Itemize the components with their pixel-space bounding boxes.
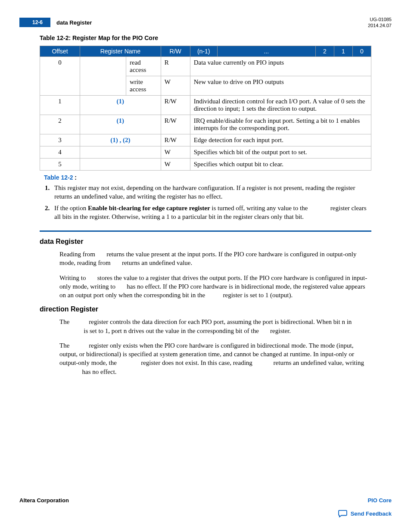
cell-rw: R — [161, 57, 190, 76]
footer-chapter-link[interactable]: PIO Core — [367, 497, 392, 504]
cell-offset: 4 — [40, 146, 80, 159]
paragraph: Reading from returns the value present a… — [59, 250, 371, 268]
col-bit-0: 0 — [353, 46, 371, 57]
footnote-link[interactable]: (1) — [117, 117, 125, 124]
note-bold: Enable bit-clearing for edge capture reg… — [88, 205, 210, 212]
notes-header: Table 12-2 : — [44, 174, 371, 181]
col-register-name: Register Name — [80, 46, 161, 57]
col-dots: ... — [217, 46, 315, 57]
cell-rw: W — [161, 159, 190, 171]
note-number: 1. — [45, 184, 54, 201]
table-row: 5 W Specifies which output bit to clear. — [40, 159, 371, 171]
cell-desc: Edge detection for each input port. — [190, 134, 371, 146]
table-row: 1 (1) R/W Individual direction control f… — [40, 96, 371, 115]
note-body: This register may not exist, depending o… — [54, 184, 371, 201]
section-heading: direction Register — [40, 305, 371, 313]
footnote-link[interactable]: (1) , (2) — [110, 137, 130, 143]
cell-rw: W — [161, 76, 190, 96]
speech-bubble-icon[interactable] — [338, 510, 347, 517]
doc-date: 2014.24.07 — [368, 22, 392, 28]
col-n-1: (n-1) — [190, 46, 217, 57]
note-item: 2. If the option Enable bit-clearing for… — [45, 204, 371, 221]
footer-top: Altera Corporation PIO Core — [19, 497, 392, 504]
doc-id: UG-01085 — [368, 16, 392, 22]
footer-company: Altera Corporation — [19, 497, 69, 504]
header-right: UG-01085 2014.24.07 — [368, 16, 392, 29]
register-map-table: Offset Register Name R/W (n-1) ... 2 1 0… — [40, 46, 371, 171]
cell-regname — [80, 146, 161, 159]
table-header-row: Offset Register Name R/W (n-1) ... 2 1 0 — [40, 46, 371, 57]
notes-header-tail: : — [73, 174, 77, 181]
cell-desc: Data value currently on PIO inputs — [190, 57, 371, 76]
table-row: 4 W Specifies which bit of the output po… — [40, 146, 371, 159]
table-caption: Table 12-2: Register Map for the PIO Cor… — [40, 34, 371, 41]
cell-offset: 2 — [40, 115, 80, 134]
note-text: If the option — [54, 205, 88, 212]
cell-desc: Individual direction control for each I/… — [190, 96, 371, 115]
cell-rw: R/W — [161, 96, 190, 115]
note-number: 2. — [45, 204, 54, 221]
table-ref-link[interactable]: Table 12-2 — [44, 174, 73, 181]
paragraph: Writing to stores the value to a registe… — [59, 274, 371, 300]
page-footer: Altera Corporation PIO Core Send Feedbac… — [19, 497, 392, 517]
col-bit-2: 2 — [316, 46, 334, 57]
col-offset: Offset — [40, 46, 80, 57]
cell-desc: Specifies which output bit to clear. — [190, 159, 371, 171]
cell-regname: (1) — [80, 96, 161, 115]
feedback-area: Send Feedback — [19, 510, 392, 517]
cell-blank — [80, 57, 126, 96]
col-rw: R/W — [161, 46, 190, 57]
cell-rw: R/W — [161, 115, 190, 134]
cell-regname: read access — [126, 57, 161, 76]
header-left: 12-6 data Register — [19, 18, 92, 27]
send-feedback-link[interactable]: Send Feedback — [351, 510, 392, 517]
cell-regname — [80, 159, 161, 171]
section-divider — [40, 230, 371, 232]
cell-regname: write access — [126, 76, 161, 96]
page-header: 12-6 data Register UG-01085 2014.24.07 — [19, 16, 392, 29]
table-row: 2 (1) R/W IRQ enable/disable for each in… — [40, 115, 371, 134]
table-row: 0 read access R Data value currently on … — [40, 57, 371, 76]
cell-regname: (1) , (2) — [80, 134, 161, 146]
cell-desc: Specifies which bit of the output port t… — [190, 146, 371, 159]
table-row: 3 (1) , (2) R/W Edge detection for each … — [40, 134, 371, 146]
cell-rw: W — [161, 146, 190, 159]
col-bit-1: 1 — [334, 46, 353, 57]
cell-offset: 5 — [40, 159, 80, 171]
cell-rw: R/W — [161, 134, 190, 146]
cell-offset: 0 — [40, 57, 80, 96]
content-area: Table 12-2: Register Map for the PIO Cor… — [40, 34, 371, 382]
section-heading: data Register — [40, 238, 371, 246]
paragraph: The register controls the data direction… — [59, 317, 371, 335]
cell-offset: 3 — [40, 134, 80, 146]
cell-desc: IRQ enable/disable for each input port. … — [190, 115, 371, 134]
note-item: 1. This register may not exist, dependin… — [45, 184, 371, 201]
footnote-link[interactable]: (1) — [117, 98, 125, 105]
cell-desc: New value to drive on PIO outputs — [190, 76, 371, 96]
note-body: If the option Enable bit-clearing for ed… — [54, 204, 371, 221]
cell-offset: 1 — [40, 96, 80, 115]
header-section-title: data Register — [56, 19, 92, 26]
page-number-badge: 12-6 — [19, 18, 50, 27]
notes-list: 1. This register may not exist, dependin… — [40, 184, 371, 221]
cell-regname: (1) — [80, 115, 161, 134]
paragraph: The register only exists when the PIO co… — [59, 341, 371, 376]
